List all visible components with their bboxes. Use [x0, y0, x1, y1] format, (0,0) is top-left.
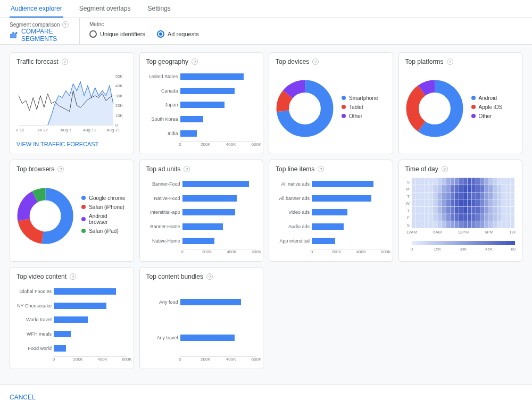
- help-icon[interactable]: ?: [192, 59, 198, 65]
- svg-text:Jul 12: Jul 12: [16, 128, 24, 132]
- compare-segments-button[interactable]: COMPARE SEGMENTS: [10, 28, 70, 43]
- svg-rect-142: [463, 207, 467, 214]
- svg-rect-114: [450, 199, 454, 206]
- svg-rect-211: [414, 241, 417, 245]
- svg-rect-78: [510, 185, 514, 192]
- cancel-button[interactable]: CANCEL: [10, 394, 36, 401]
- svg-rect-210: [411, 241, 414, 245]
- svg-rect-236: [478, 241, 481, 245]
- help-icon[interactable]: ?: [312, 59, 319, 65]
- card-title: Top line items: [276, 165, 314, 173]
- svg-rect-151: [502, 207, 506, 214]
- svg-rect-106: [415, 199, 420, 206]
- svg-rect-239: [486, 241, 489, 245]
- svg-text:T: T: [407, 208, 410, 213]
- card-top-video-content: Top video content ? Global FoodiesNY Che…: [10, 267, 134, 369]
- svg-rect-182: [420, 221, 424, 228]
- svg-rect-174: [493, 214, 497, 221]
- svg-rect-221: [440, 241, 443, 245]
- geography-chart: United StatesCanadaJapanSouth KoreaIndia…: [146, 70, 257, 147]
- svg-rect-93: [467, 193, 471, 199]
- svg-rect-61: [437, 185, 442, 192]
- svg-rect-105: [411, 199, 415, 206]
- svg-rect-52: [506, 178, 510, 185]
- traffic-forecast-chart: 010K20K30K40K50KJul 12Jul 22Aug 1Aug 11A…: [16, 70, 127, 138]
- svg-rect-122: [485, 199, 489, 206]
- tab-settings[interactable]: Settings: [146, 0, 171, 18]
- card-title: Top video content: [16, 273, 66, 280]
- svg-rect-32: [420, 178, 424, 185]
- radio-unique-identifiers[interactable]: Unique identifiers: [89, 30, 145, 38]
- svg-rect-195: [476, 221, 480, 228]
- svg-text:15K: 15K: [434, 247, 442, 252]
- svg-text:40K: 40K: [115, 84, 123, 88]
- line-items-chart: All native adsAll banner adsVideo adsAud…: [276, 177, 386, 255]
- svg-rect-102: [506, 193, 510, 199]
- card-top-ad-units: Top ad units ? Banner-FoodNative-FoodInt…: [139, 160, 264, 262]
- svg-rect-84: [429, 193, 433, 199]
- svg-rect-130: [411, 207, 415, 214]
- video-content-chart: Global FoodiesNY CheesecakeWorld travelW…: [16, 285, 127, 362]
- svg-text:10K: 10K: [115, 113, 123, 118]
- help-icon[interactable]: ?: [184, 166, 190, 172]
- svg-rect-157: [420, 214, 424, 221]
- svg-rect-223: [445, 241, 447, 245]
- help-icon[interactable]: ?: [62, 21, 69, 28]
- svg-rect-116: [459, 199, 463, 206]
- svg-rect-99: [493, 193, 497, 199]
- platforms-chart: AndroidApple iOSOther: [405, 70, 516, 147]
- svg-rect-139: [450, 207, 454, 214]
- radio-label: Unique identifiers: [100, 31, 145, 37]
- svg-text:W: W: [405, 201, 410, 206]
- radio-ad-requests[interactable]: Ad requests: [157, 30, 199, 38]
- svg-rect-218: [432, 241, 435, 245]
- svg-rect-113: [446, 199, 450, 206]
- svg-rect-40: [454, 178, 459, 185]
- svg-rect-232: [468, 241, 471, 245]
- svg-rect-192: [463, 221, 467, 228]
- svg-rect-220: [437, 241, 440, 245]
- help-icon[interactable]: ?: [57, 166, 64, 172]
- svg-rect-92: [463, 193, 467, 199]
- svg-rect-66: [459, 185, 463, 192]
- help-icon[interactable]: ?: [447, 59, 453, 65]
- tab-segment-overlaps[interactable]: Segment overlaps: [78, 0, 132, 18]
- help-icon[interactable]: ?: [442, 166, 448, 172]
- svg-rect-183: [425, 221, 429, 228]
- help-icon[interactable]: ?: [70, 273, 76, 280]
- tab-audience-explorer[interactable]: Audience explorer: [10, 0, 63, 18]
- svg-text:45K: 45K: [485, 247, 493, 252]
- svg-rect-98: [489, 193, 493, 199]
- help-icon[interactable]: ?: [206, 273, 213, 280]
- svg-rect-166: [459, 214, 463, 221]
- svg-rect-165: [454, 214, 459, 221]
- svg-rect-64: [450, 185, 454, 192]
- svg-rect-74: [493, 185, 497, 192]
- help-icon[interactable]: ?: [318, 166, 324, 172]
- view-in-traffic-forecast-link[interactable]: VIEW IN TRAFFIC FORECAST: [16, 141, 127, 147]
- metric-label: Metric: [89, 21, 522, 27]
- svg-rect-59: [429, 185, 433, 192]
- svg-rect-31: [415, 178, 420, 185]
- time-of-day-chart: SMTWTFS12AM6AM12PM6PM12AM015K30K45K60K: [405, 177, 516, 260]
- svg-rect-175: [497, 214, 502, 221]
- svg-rect-62: [442, 185, 446, 192]
- svg-rect-100: [497, 193, 502, 199]
- svg-text:M: M: [406, 187, 410, 191]
- svg-text:12AM: 12AM: [509, 230, 516, 235]
- svg-rect-249: [512, 241, 514, 245]
- card-top-browsers: Top browsers ? Google chromeSafari (iPho…: [10, 160, 134, 262]
- radio-label: Ad requests: [168, 31, 199, 37]
- svg-rect-141: [459, 207, 463, 214]
- svg-rect-171: [480, 214, 484, 221]
- footer: CANCEL: [0, 385, 532, 409]
- svg-rect-103: [510, 193, 514, 199]
- help-icon[interactable]: ?: [62, 59, 68, 65]
- svg-text:S: S: [406, 180, 409, 185]
- card-title: Top ad units: [146, 165, 181, 173]
- svg-rect-48: [489, 178, 493, 185]
- svg-rect-87: [442, 193, 446, 199]
- svg-rect-219: [435, 241, 437, 245]
- svg-rect-43: [467, 178, 471, 185]
- svg-rect-143: [467, 207, 471, 214]
